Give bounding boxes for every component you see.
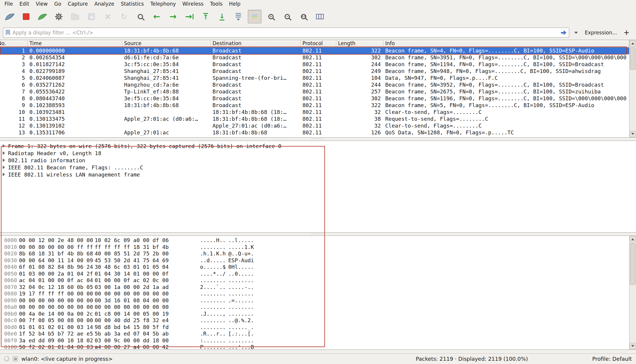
hex-row[interactable]: 00d001 01 01 02 01 00 03 1498 d8 bd b4 1… (0, 324, 636, 331)
packet-row[interactable]: 80.0804437403e:f5:cc:0e:35:84Broadcast80… (0, 95, 629, 102)
detail-tree-item[interactable]: 802.11 radio information (0, 157, 636, 164)
next-packet-button[interactable]: → (166, 10, 180, 23)
hex-row[interactable]: 00208b 68 18 31 bf 4b 8b 6840 00 85 51 2… (0, 250, 636, 257)
expander-icon[interactable] (3, 158, 5, 162)
column-header-length[interactable]: Length (336, 40, 383, 47)
menu-help[interactable]: Help (226, 0, 244, 7)
capture-comment-icon[interactable] (13, 356, 18, 361)
packet-row[interactable]: 100.10392348118:31:bf:4b:8b:68 (18:…802.… (0, 109, 629, 116)
colorize-button[interactable] (248, 10, 261, 23)
packet-row[interactable]: 90.10238859318:31:bf:4b:8b:68Broadcast80… (0, 102, 629, 109)
expander-icon[interactable] (3, 144, 5, 148)
hex-row[interactable]: 00a000 00 00 00 00 00 00 0000 00 00 00 0… (0, 304, 636, 311)
menu-analyze[interactable]: Analyze (91, 0, 118, 7)
hex-row[interactable]: 009000 00 00 00 00 00 00 0000 3d 16 01 0… (0, 297, 636, 304)
close-file-button[interactable]: × (101, 10, 115, 23)
hex-row[interactable]: 003000 00 64 00 11 14 00 0945 53 50 2d 4… (0, 257, 636, 264)
hex-row[interactable]: 00f03a ed dd 09 00 10 18 0203 00 9c 00 0… (0, 337, 636, 344)
last-packet-button[interactable]: ↓ (215, 10, 229, 23)
filter-bookmark-icon[interactable] (6, 30, 10, 36)
open-file-button[interactable] (68, 10, 82, 23)
start-capture-button[interactable] (3, 10, 17, 23)
menu-edit[interactable]: Edit (16, 0, 32, 7)
expander-icon[interactable] (3, 173, 5, 176)
packet-row[interactable]: 70.055536422Tp-LinkT_ef:48:88Broadcast80… (0, 88, 629, 95)
column-header-source[interactable]: Source (122, 40, 211, 47)
scroll-up-button[interactable] (630, 40, 636, 47)
scroll-down-button[interactable] (630, 131, 636, 137)
hex-row[interactable]: 008019 17 ff ff ff 00 00 0000 00 00 00 0… (0, 290, 636, 297)
cell-no: 2 (0, 54, 28, 61)
column-header-destination[interactable]: Destination (211, 40, 301, 47)
hex-row[interactable]: 000000 00 12 00 2e 48 00 0010 02 6c 09 a… (0, 237, 636, 244)
column-header-protocol[interactable]: Protocol (301, 40, 336, 47)
cell-source: 3c:f5:cc:0e:35:84 (122, 61, 211, 68)
pane-splitter[interactable]: ····· (0, 138, 636, 141)
detail-tree-item[interactable]: Frame 1: 322 bytes on wire (2576 bits), … (0, 142, 636, 150)
go-to-packet-button[interactable]: → (183, 10, 196, 23)
scrollbar-thumb[interactable] (630, 243, 635, 285)
menu-wireless[interactable]: Wireless (179, 0, 207, 7)
filter-dropdown-button[interactable] (572, 28, 580, 38)
reload-file-button[interactable]: ↻ (117, 10, 131, 23)
restart-capture-button[interactable] (36, 10, 49, 23)
menu-telephony[interactable]: Telephony (147, 0, 179, 7)
expander-icon[interactable] (3, 166, 5, 169)
packet-row[interactable]: 50.024060087Shanghai_27:85:41Spanning-tr… (0, 75, 629, 82)
profile-text[interactable]: Profile: Default (592, 356, 632, 362)
hex-row[interactable]: 00e01f 52 b4 b5 b7 72 ae e55b ab 3a ed 0… (0, 330, 636, 337)
stop-capture-button[interactable] (19, 10, 33, 23)
hex-row[interactable]: 005001 03 00 00 2a 01 04 2f01 04 30 14 0… (0, 271, 636, 277)
expression-button[interactable]: Expression... (583, 30, 619, 36)
scroll-down-button[interactable] (630, 343, 636, 349)
packet-row[interactable]: 40.022799189Shanghai_27:85:41Broadcast80… (0, 68, 629, 75)
find-packet-button[interactable] (134, 10, 147, 23)
resize-columns-button[interactable] (313, 10, 327, 23)
hex-pane-scrollbar[interactable] (629, 236, 636, 349)
detail-tree-item[interactable]: IEEE 802.11 Beacon frame, Flags: .......… (0, 164, 636, 171)
packet-row[interactable]: 60.035271262Hangzhou_cd:7a:6eBroadcast80… (0, 82, 629, 88)
menu-file[interactable]: File (1, 0, 16, 7)
expert-info-icon[interactable] (4, 356, 9, 361)
zoom-original-button[interactable]: 1:1 (297, 10, 310, 23)
hex-row[interactable]: 00c000 7f 08 05 00 08 00 0000 00 40 dd 2… (0, 317, 636, 324)
zoom-out-button[interactable]: − (280, 10, 294, 23)
display-filter-input[interactable] (12, 30, 559, 36)
hex-row[interactable]: 00b000 4a 0e 14 00 0a 00 2c01 c8 00 14 0… (0, 311, 636, 317)
menu-go[interactable]: Go (51, 0, 65, 7)
menu-statistics[interactable]: Statistics (118, 0, 147, 7)
column-header-time[interactable]: Time (28, 40, 122, 47)
detail-tree-item[interactable]: IEEE 802.11 wireless LAN management fram… (0, 171, 636, 178)
scrollbar-thumb[interactable] (630, 47, 635, 70)
hex-bytes: 01 c8 00 14 00 05 00 19 (95, 311, 170, 317)
hex-row[interactable]: 00406f 01 08 82 84 8b 96 2430 48 6c 03 0… (0, 264, 636, 271)
previous-packet-button[interactable]: ← (150, 10, 164, 23)
menu-tools[interactable]: Tools (207, 0, 226, 7)
packet-list-scrollbar[interactable] (629, 40, 636, 137)
packet-row[interactable]: 20.002654354d6:61:fe:cd:7a:6eBroadcast80… (0, 54, 629, 61)
auto-scroll-button[interactable] (231, 10, 245, 23)
capture-options-button[interactable] (52, 10, 66, 23)
expander-icon[interactable] (3, 151, 5, 155)
hex-row[interactable]: 007032 04 0c 12 18 60 0b 0503 00 1a 00 0… (0, 284, 636, 291)
packet-row[interactable]: 110.130133475Apple_27:01:ac (d0:a6:…18:3… (0, 116, 629, 123)
packet-row[interactable]: 30.0118271423c:f5:cc:0e:35:84Broadcast80… (0, 61, 629, 68)
column-header-no[interactable]: No. (0, 40, 28, 47)
hex-row[interactable]: 0060ac 04 01 00 00 0f ac 0401 00 00 0f a… (0, 277, 636, 284)
hex-row[interactable]: 001000 00 80 00 00 00 ff ffff ff ff ff 1… (0, 244, 636, 251)
zoom-in-button[interactable]: + (264, 10, 278, 23)
apply-filter-button[interactable] (561, 30, 567, 35)
pane-splitter[interactable]: ····· (0, 233, 636, 236)
add-filter-button[interactable]: + (622, 28, 633, 37)
scroll-up-button[interactable] (630, 236, 636, 242)
packet-row[interactable]: 10.00000000018:31:bf:4b:8b:68Broadcast80… (0, 47, 629, 54)
save-file-button[interactable] (85, 10, 98, 23)
detail-tree-item[interactable]: Radiotap Header v0, Length 18 (0, 150, 636, 157)
first-packet-button[interactable]: ↑ (199, 10, 212, 23)
hex-row[interactable]: 010050 f2 02 01 01 84 00 03a4 00 00 27 a… (0, 344, 636, 350)
packet-row[interactable]: 130.135311706Apple_27:01:ac18:31:bf:4b:8… (0, 129, 629, 136)
column-header-info[interactable]: Info (383, 40, 629, 47)
packet-row[interactable]: 120.130139102Apple_27:01:ac (d0:a6:…802.… (0, 123, 629, 129)
menu-view[interactable]: View (32, 0, 51, 7)
menu-capture[interactable]: Capture (64, 0, 91, 7)
